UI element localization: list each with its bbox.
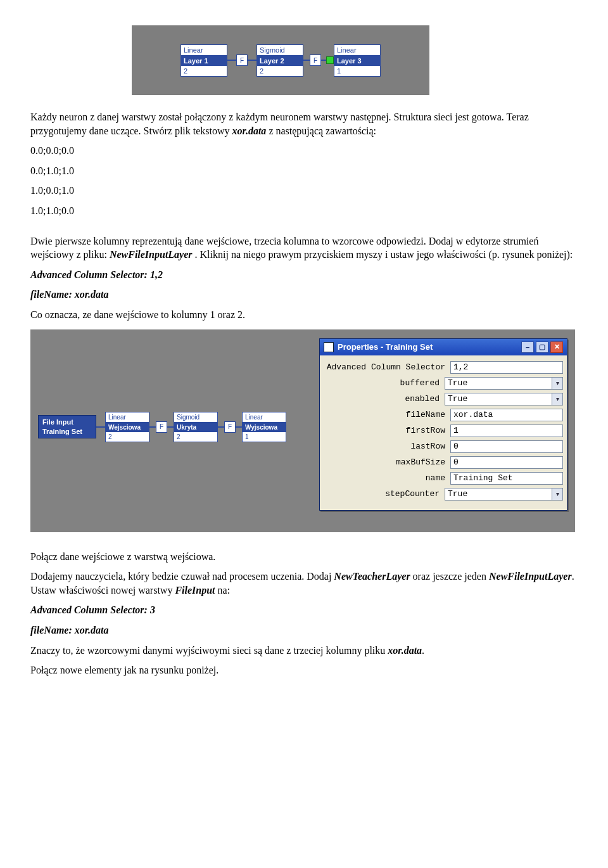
box-line1: File Input bbox=[42, 418, 92, 426]
data-line: 1.0;1.0;0.0 bbox=[30, 204, 578, 218]
properties-window: Properties - Training Set – ▢ ✕ Advanced… bbox=[319, 338, 567, 511]
prop-label: buffered bbox=[324, 378, 445, 388]
connection: F bbox=[218, 421, 242, 433]
layer-name: Wejsciowa bbox=[106, 423, 149, 432]
prop-input[interactable] bbox=[450, 456, 563, 469]
synapse-f: F bbox=[310, 54, 321, 66]
connection bbox=[96, 426, 105, 428]
window-titlebar[interactable]: Properties - Training Set – ▢ ✕ bbox=[320, 339, 567, 355]
figure-2: File Input Training Set Linear Wejsciowa… bbox=[30, 329, 575, 532]
prop-row: lastRow bbox=[324, 440, 563, 453]
class-name: NewFileInputLayer bbox=[110, 249, 193, 260]
synapse-f: F bbox=[156, 421, 167, 433]
layer-box-ukryta: Sigmoid Ukryta 2 bbox=[174, 412, 218, 442]
close-button[interactable]: ✕ bbox=[550, 341, 563, 353]
layer-type: Sigmoid bbox=[174, 412, 217, 423]
layer-name: Wyjsciowa bbox=[243, 423, 286, 432]
layer-box-2: Sigmoid Layer 2 2 bbox=[256, 44, 303, 77]
paragraph-7: Połącz nowe elementy jak na rysunku poni… bbox=[30, 663, 578, 677]
prop-select[interactable]: ▾ bbox=[445, 488, 563, 501]
prop-row: buffered▾ bbox=[324, 377, 563, 390]
data-line: 0.0;1.0;1.0 bbox=[30, 164, 578, 178]
paragraph-6: Znaczy to, że wzorcowymi danymi wyjściwo… bbox=[30, 644, 578, 658]
layer-type: Linear bbox=[181, 45, 227, 56]
prop-input[interactable] bbox=[450, 424, 563, 437]
layer-box-wyjsciowa: Linear Wyjsciowa 1 bbox=[242, 412, 286, 442]
text: Znaczy to, że wzorcowymi danymi wyjściwo… bbox=[30, 645, 388, 656]
text: Dodajemy nauczyciela, który bedzie czuwa… bbox=[30, 571, 334, 582]
prop-label: lastRow bbox=[324, 442, 450, 451]
layer-count: 2 bbox=[181, 66, 227, 76]
prop-row: enabled▾ bbox=[324, 393, 563, 405]
text: . bbox=[422, 645, 424, 656]
filename: xor.data bbox=[388, 645, 422, 656]
paragraph-4: Połącz dane wejściowe z warstwą wejściow… bbox=[30, 550, 578, 564]
paragraph-2: Dwie pierwsze kolumny reprezentują dane … bbox=[30, 234, 578, 262]
layer-count: 2 bbox=[106, 432, 149, 442]
chevron-down-icon[interactable]: ▾ bbox=[552, 393, 563, 405]
filename: xor.data bbox=[232, 125, 267, 136]
layer-count: 1 bbox=[334, 66, 380, 76]
layer-box-wejsciowa: Linear Wejsciowa 2 bbox=[105, 412, 149, 442]
synapse-f: F bbox=[224, 421, 236, 433]
layer-name: Ukryta bbox=[174, 423, 217, 432]
prop-input[interactable] bbox=[445, 393, 552, 405]
prop-label: fileName bbox=[324, 410, 450, 419]
class-name: FileInput bbox=[175, 585, 215, 596]
wire bbox=[167, 426, 174, 428]
layer-type: Linear bbox=[243, 412, 286, 423]
maximize-button[interactable]: ▢ bbox=[536, 341, 548, 353]
prop-label: maxBufSize bbox=[324, 457, 450, 467]
text: na: bbox=[215, 585, 231, 596]
file-input-box: File Input Training Set bbox=[38, 415, 96, 438]
wire bbox=[248, 60, 256, 61]
layer-count: 2 bbox=[257, 66, 303, 76]
nn-row: Linear Layer 1 2 F Sigmoid Layer 2 2 F bbox=[180, 44, 381, 77]
props-body: Advanced Column Selectorbuffered▾enabled… bbox=[320, 355, 567, 510]
paragraph-5: Dodajemy nauczyciela, który bedzie czuwa… bbox=[30, 570, 578, 597]
data-line: 0.0;0.0;0.0 bbox=[30, 144, 578, 158]
prop-row: name bbox=[324, 472, 563, 485]
layer-name: Layer 3 bbox=[334, 56, 380, 66]
connection: F bbox=[227, 54, 256, 66]
prop-input[interactable] bbox=[450, 361, 563, 374]
figure-1: Linear Layer 1 2 F Sigmoid Layer 2 2 F bbox=[132, 25, 578, 95]
prop-select[interactable]: ▾ bbox=[445, 393, 563, 405]
prop-row: Advanced Column Selector bbox=[324, 361, 563, 374]
paragraph-1: Każdy neuron z danej warstwy został połą… bbox=[30, 110, 578, 137]
prop-input[interactable] bbox=[445, 377, 552, 390]
prop-input[interactable] bbox=[450, 472, 563, 485]
connection: F bbox=[303, 54, 334, 66]
wire bbox=[96, 426, 105, 428]
setting-line: fileName: xor.data bbox=[30, 288, 578, 302]
prop-label: Advanced Column Selector bbox=[324, 362, 450, 372]
minimize-button[interactable]: – bbox=[521, 341, 534, 353]
prop-label: name bbox=[324, 473, 450, 483]
wire bbox=[149, 426, 156, 428]
setting-line: Advanced Column Selector: 3 bbox=[30, 603, 578, 617]
prop-input[interactable] bbox=[450, 440, 563, 453]
box-line2: Training Set bbox=[42, 427, 92, 436]
chevron-down-icon[interactable]: ▾ bbox=[552, 488, 563, 501]
window-icon bbox=[324, 342, 334, 352]
layer-type: Linear bbox=[106, 412, 149, 423]
layer-count: 2 bbox=[174, 432, 217, 442]
prop-label: firstRow bbox=[324, 426, 450, 435]
prop-row: stepCounter▾ bbox=[324, 488, 563, 501]
chevron-down-icon[interactable]: ▾ bbox=[552, 377, 563, 390]
layer-box-1: Linear Layer 1 2 bbox=[180, 44, 227, 77]
nn-canvas-1: Linear Layer 1 2 F Sigmoid Layer 2 2 F bbox=[132, 25, 429, 95]
nn-row-2: File Input Training Set Linear Wejsciowa… bbox=[38, 412, 286, 442]
prop-select[interactable]: ▾ bbox=[445, 377, 563, 390]
layer-type: Sigmoid bbox=[257, 45, 303, 56]
layer-name: Layer 2 bbox=[257, 56, 303, 66]
prop-input[interactable] bbox=[450, 409, 563, 421]
connection: F bbox=[149, 421, 174, 433]
class-name: NewFileInputLayer bbox=[489, 571, 572, 582]
setting-line: Advanced Column Selector: 1,2 bbox=[30, 268, 578, 282]
setting-line: fileName: xor.data bbox=[30, 623, 578, 637]
prop-input[interactable] bbox=[445, 488, 552, 501]
wire bbox=[227, 60, 236, 61]
prop-row: fileName bbox=[324, 409, 563, 421]
wire bbox=[303, 60, 310, 61]
